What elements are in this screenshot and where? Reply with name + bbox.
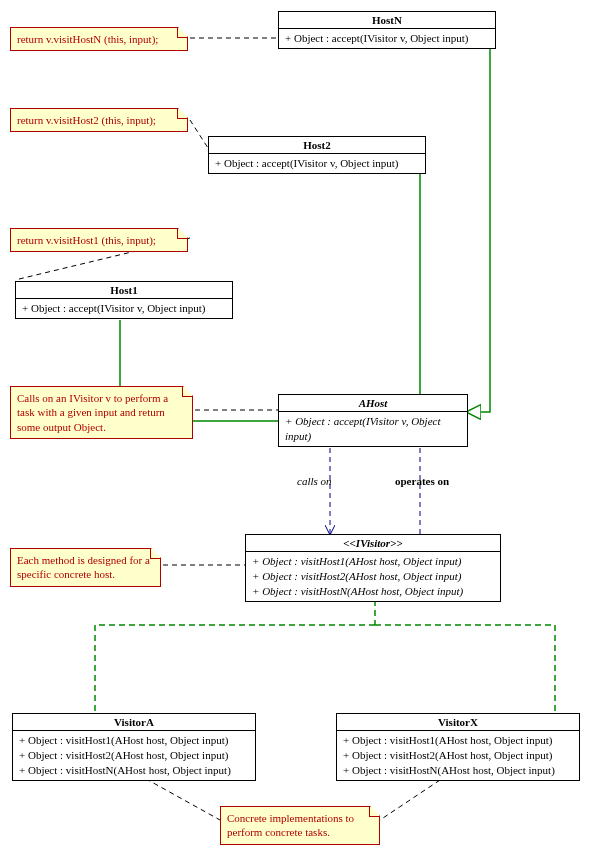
method: + Object : visitHost1(AHost host, Object… [252,554,494,569]
class-body: + Object : visitHost1(AHost host, Object… [246,552,500,601]
class-visitorA: VisitorA + Object : visitHost1(AHost hos… [12,713,256,781]
class-ahost: AHost + Object : accept(IVisitor v, Obje… [278,394,468,447]
class-hostN: HostN + Object : accept(IVisitor v, Obje… [278,11,496,49]
label-operates-on: operates on [395,475,449,487]
class-body: + Object : accept(IVisitor v, Object inp… [209,154,425,173]
method: + Object : visitHost2(AHost host, Object… [343,748,573,763]
class-ivisitor: <<IVisitor>> + Object : visitHost1(AHost… [245,534,501,602]
class-title: <<IVisitor>> [246,535,500,552]
note-host1: return v.visitHost1 (this, input); [10,228,188,252]
method: + Object : accept(IVisitor v, Object inp… [22,301,226,316]
method: + Object : accept(IVisitor v, Object inp… [285,31,489,46]
class-host2: Host2 + Object : accept(IVisitor v, Obje… [208,136,426,174]
method: + Object : visitHost2(AHost host, Object… [252,569,494,584]
label-calls-on: calls on [297,475,332,487]
note-hostN: return v.visitHostN (this, input); [10,27,188,51]
note-host2: return v.visitHost2 (this, input); [10,108,188,132]
class-visitorX: VisitorX + Object : visitHost1(AHost hos… [336,713,580,781]
method: + Object : accept(IVisitor v, Object inp… [285,414,461,444]
class-title: HostN [279,12,495,29]
method: + Object : visitHost2(AHost host, Object… [19,748,249,763]
class-body: + Object : visitHost1(AHost host, Object… [13,731,255,780]
method: + Object : visitHost1(AHost host, Object… [343,733,573,748]
note-ahost: Calls on an IVisitor v to perform a task… [10,386,193,439]
class-body: + Object : accept(IVisitor v, Object inp… [279,29,495,48]
method: + Object : visitHostN(AHost host, Object… [343,763,573,778]
class-host1: Host1 + Object : accept(IVisitor v, Obje… [15,281,233,319]
note-visitors: Concrete implementations to perform conc… [220,806,380,845]
method: + Object : visitHostN(AHost host, Object… [19,763,249,778]
class-title: VisitorX [337,714,579,731]
method: + Object : visitHost1(AHost host, Object… [19,733,249,748]
class-body: + Object : accept(IVisitor v, Object inp… [16,299,232,318]
method: + Object : accept(IVisitor v, Object inp… [215,156,419,171]
class-title: VisitorA [13,714,255,731]
method: + Object : visitHostN(AHost host, Object… [252,584,494,599]
class-title: AHost [279,395,467,412]
class-body: + Object : accept(IVisitor v, Object inp… [279,412,467,446]
note-ivisitor: Each method is designed for a specific c… [10,548,161,587]
class-body: + Object : visitHost1(AHost host, Object… [337,731,579,780]
class-title: Host2 [209,137,425,154]
class-title: Host1 [16,282,232,299]
